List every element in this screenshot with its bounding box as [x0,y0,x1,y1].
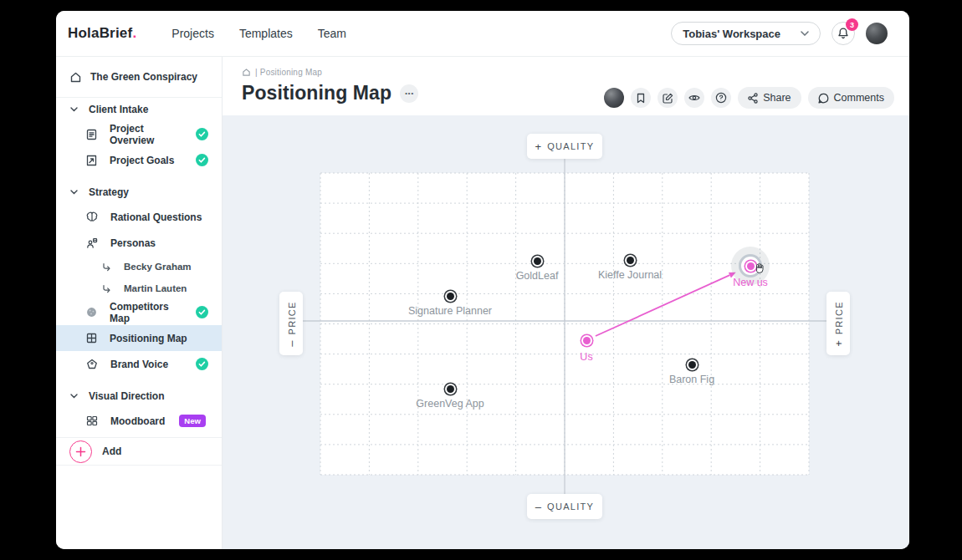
comments-label: Comments [834,92,884,104]
header-right: Tobias' Workspace 3 [671,22,888,45]
sphere-icon [86,307,97,318]
sidebar-subitem-martin-lauten[interactable]: Martin Lauten [56,277,222,299]
branch-arrow-icon [102,262,111,272]
subitem-label: Becky Graham [124,262,192,272]
notifications-button[interactable]: 3 [832,22,855,45]
item-label: Project Goals [110,155,174,166]
sidebar: The Green Conspiracy Client Intake Proje… [56,57,223,549]
plus-icon [69,440,92,463]
nav-projects[interactable]: Projects [171,27,214,40]
point-label: GoldLeaf [516,270,559,282]
comments-button[interactable]: Comments [808,87,894,109]
sidebar-item-rational-questions[interactable]: Rational Questions [56,204,222,230]
point-dot[interactable] [688,361,696,369]
point-label: GreenVeg App [416,398,484,410]
section-label: Client Intake [89,104,148,115]
check-icon [196,154,208,166]
document-icon [86,129,97,140]
more-options-button[interactable]: ... [400,84,418,103]
branch-arrow-icon [102,284,111,293]
sidebar-item-moodboard[interactable]: Moodboard New [56,408,222,434]
sidebar-item-brand-voice[interactable]: Brand Voice [56,351,222,377]
item-label: Brand Voice [110,359,168,370]
breadcrumb[interactable]: | Positioning Map [242,68,322,77]
workspace-selector[interactable]: Tobias' Workspace [671,22,821,45]
sidebar-item-competitors-map[interactable]: Competitors Map [56,299,222,325]
point-dot[interactable] [583,337,591,344]
bookmark-button[interactable] [631,88,651,108]
chevron-down-icon [70,190,78,195]
sidebar-item-positioning-map[interactable]: Positioning Map [56,325,222,351]
check-icon [196,306,208,318]
item-label: Competitors Map [110,301,183,324]
section-label: Strategy [89,186,129,198]
sidebar-section-strategy[interactable]: Strategy [56,181,222,204]
point-label: Baron Fig [669,374,714,385]
check-icon [196,128,208,140]
sidebar-item-project-overview[interactable]: Project Overview [56,121,222,147]
chevron-down-icon [70,107,78,112]
share-button[interactable]: Share [738,87,801,109]
item-label: Rational Questions [110,211,202,223]
map-points-layer: GoldLeafKieffe JournalSignature PlannerB… [223,115,909,549]
check-icon [196,358,208,370]
point-dot[interactable] [447,385,454,393]
logo[interactable]: HolaBrief. [68,25,136,42]
main-nav: Projects Templates Team [171,27,346,40]
point-dot[interactable] [447,293,454,300]
breadcrumb-text: | Positioning Map [255,68,322,77]
chevron-down-icon [70,394,78,399]
sidebar-item-project-goals[interactable]: Project Goals [56,147,222,173]
share-icon [748,93,758,104]
point-label: Us [580,351,592,363]
page-title: Positioning Map [242,82,391,104]
point-dot[interactable] [534,257,541,265]
add-button[interactable]: Add [56,437,222,466]
pentagon-icon [86,359,98,369]
logo-text: HolaBrief [68,25,132,41]
item-label: Personas [110,237,156,249]
point-label: Signature Planner [408,305,492,317]
edit-button[interactable] [658,88,678,108]
nav-team[interactable]: Team [318,27,346,40]
logo-dot: . [132,25,136,41]
sidebar-section-client-intake[interactable]: Client Intake [56,98,222,121]
section-label: Visual Direction [89,390,164,402]
workspace-name: Tobias' Workspace [683,28,780,40]
add-label: Add [102,445,121,457]
chevron-down-icon [801,31,809,36]
share-label: Share [763,92,791,104]
top-header: HolaBrief. Projects Templates Team Tobia… [56,11,909,57]
point-label: Kieffe Journal [598,269,662,281]
grid-icon [86,333,97,344]
item-label: Project Overview [110,123,183,146]
user-avatar[interactable] [866,23,888,44]
project-name: The Green Conspiracy [90,71,197,83]
point-label: New us [733,277,768,288]
positioning-map-canvas[interactable]: + QUALITY – QUALITY –PRICE +PRICE GoldLe… [223,115,909,549]
notification-badge: 3 [846,18,858,31]
point-dot[interactable] [627,257,634,264]
main-area: | Positioning Map Positioning Map ... [223,57,909,549]
sidebar-subitem-becky-graham[interactable]: Becky Graham [56,256,222,277]
brain-icon [86,211,98,222]
help-button[interactable] [711,88,731,108]
home-icon [69,71,82,84]
nav-templates[interactable]: Templates [239,27,293,40]
goals-icon [86,155,97,166]
comment-icon [818,93,829,104]
document-toolbar: Share Comments [604,87,894,109]
subitem-label: Martin Lauten [124,283,187,293]
home-icon [242,68,251,77]
collaborator-avatar[interactable] [604,88,624,108]
document-header: | Positioning Map Positioning Map ... [223,57,909,115]
moodboard-icon [86,415,98,426]
sidebar-project[interactable]: The Green Conspiracy [56,57,222,98]
grab-cursor-icon [753,262,766,275]
item-label: Moodboard [110,415,165,427]
app-window: HolaBrief. Projects Templates Team Tobia… [56,11,909,549]
new-badge: New [179,415,206,427]
sidebar-section-visual-direction[interactable]: Visual Direction [56,384,222,408]
sidebar-item-personas[interactable]: Personas [56,230,222,256]
view-button[interactable] [684,88,704,108]
